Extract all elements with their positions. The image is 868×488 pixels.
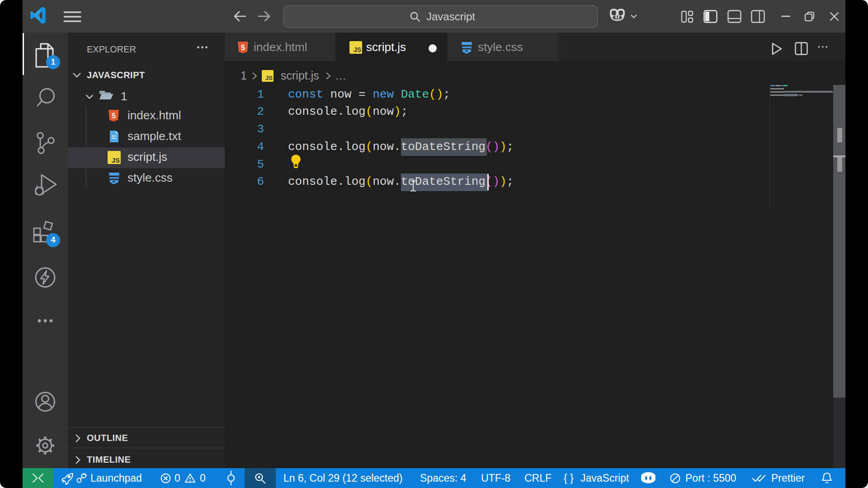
svg-text:5: 5: [112, 112, 116, 120]
svg-text:5: 5: [241, 44, 245, 52]
